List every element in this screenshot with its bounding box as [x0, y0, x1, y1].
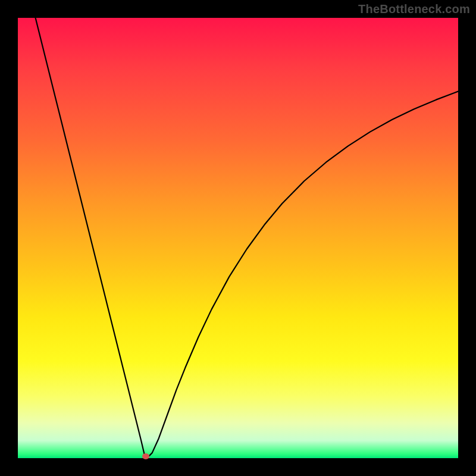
chart-frame: TheBottleneck.com	[0, 0, 476, 476]
watermark-label: TheBottleneck.com	[358, 2, 470, 16]
chart-curve-layer	[18, 18, 458, 458]
bottleneck-curve	[36, 18, 458, 458]
chart-plot-area	[18, 18, 458, 458]
minimum-marker	[142, 453, 149, 459]
